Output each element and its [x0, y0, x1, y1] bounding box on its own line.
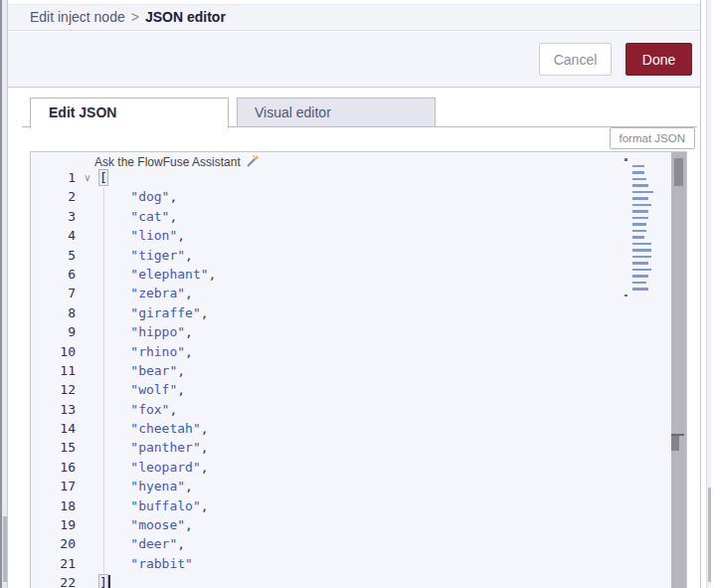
line-number[interactable]: 11	[31, 361, 76, 380]
json-code-editor[interactable]: Ask the FlowFuse Assistant 1∨[2 "dog",3 …	[30, 151, 687, 588]
page-right-scrollbar-thumb[interactable]	[708, 488, 711, 582]
gutter-space	[76, 265, 99, 284]
code-text: "hyena",	[99, 477, 193, 495]
gutter-space	[76, 515, 99, 534]
line-number[interactable]: 9	[31, 322, 76, 341]
editor-scrollbar-thumb[interactable]	[674, 158, 683, 186]
minimap[interactable]	[624, 156, 668, 298]
gutter-space	[76, 400, 99, 419]
code-text: "tiger",	[99, 246, 193, 265]
code-text: "wolf",	[99, 380, 185, 399]
line-number[interactable]: 10	[31, 342, 76, 361]
gutter-space	[76, 361, 99, 380]
gutter-space	[76, 477, 99, 495]
code-text: "zebra",	[99, 284, 193, 302]
line-number[interactable]: 13	[31, 400, 76, 419]
json-editor-dialog: Edit inject node>JSON editor Cancel Done…	[8, 0, 701, 588]
code-text: "panther",	[99, 438, 209, 457]
code-line[interactable]: 8 "giraffe",	[31, 303, 670, 322]
line-number[interactable]: 17	[31, 477, 76, 495]
pencil-sparkle-icon	[241, 155, 261, 169]
cancel-button[interactable]: Cancel	[539, 43, 612, 76]
code-line[interactable]: 2 "dog",	[31, 187, 670, 206]
code-text: "moose",	[99, 515, 193, 534]
line-number[interactable]: 2	[31, 187, 76, 206]
code-line[interactable]: 10 "rhino",	[31, 342, 670, 361]
gutter-space	[76, 207, 99, 226]
code-line[interactable]: 7 "zebra",	[31, 284, 670, 302]
line-number[interactable]: 15	[31, 438, 76, 457]
dialog-content: Edit JSON Visual editor format JSON Ask …	[8, 89, 700, 588]
gutter-space	[76, 342, 99, 361]
line-number[interactable]: 21	[31, 554, 76, 573]
line-number[interactable]: 22	[31, 573, 76, 588]
line-number[interactable]: 4	[31, 226, 76, 245]
code-text: "rhino",	[99, 342, 193, 361]
line-number[interactable]: 3	[31, 207, 76, 226]
tab-edit-json[interactable]: Edit JSON	[30, 98, 229, 128]
editor-scrollbar[interactable]	[671, 152, 686, 588]
gutter-space	[76, 419, 99, 438]
code-line[interactable]: 18 "buffalo",	[31, 496, 670, 515]
page-left-scrollbar-thumb[interactable]	[3, 516, 7, 582]
line-number[interactable]: 1	[31, 168, 76, 187]
gutter-space	[76, 573, 99, 588]
code-line[interactable]: 5 "tiger",	[31, 246, 670, 265]
line-number[interactable]: 16	[31, 458, 76, 477]
dialog-button-bar: Cancel Done	[8, 32, 700, 88]
code-text: ]	[99, 573, 110, 588]
gutter-space	[76, 438, 99, 457]
page-right-scrollbar[interactable]	[706, 0, 711, 588]
gutter-space	[76, 284, 99, 302]
gutter-space	[76, 303, 99, 322]
chevron-down-icon[interactable]: ∨	[76, 168, 99, 187]
code-line[interactable]: 20 "deer",	[31, 534, 670, 553]
minimap-line	[624, 293, 668, 299]
code-line[interactable]: 19 "moose",	[31, 515, 670, 534]
code-line[interactable]: 4 "lion",	[31, 226, 670, 245]
code-line[interactable]: 22]	[31, 573, 670, 588]
code-line[interactable]: 9 "hippo",	[31, 322, 670, 341]
code-line[interactable]: 16 "leopard",	[31, 458, 670, 477]
code-line[interactable]: 17 "hyena",	[31, 477, 670, 495]
line-number[interactable]: 5	[31, 246, 76, 265]
code-text: "leopard",	[99, 458, 209, 477]
code-line[interactable]: 6 "elephant",	[31, 265, 670, 284]
code-line[interactable]: 21 "rabbit"	[31, 554, 670, 573]
line-number[interactable]: 12	[31, 380, 76, 399]
gutter-space	[76, 534, 99, 553]
done-button[interactable]: Done	[625, 43, 692, 76]
gutter-space	[76, 226, 99, 245]
line-number[interactable]: 20	[31, 534, 76, 553]
breadcrumb: Edit inject node>JSON editor	[8, 4, 700, 31]
code-text: "giraffe",	[99, 303, 209, 322]
line-number[interactable]: 14	[31, 419, 76, 438]
code-text: "elephant",	[99, 265, 216, 284]
code-line[interactable]: 12 "wolf",	[31, 380, 670, 399]
page-left-scrollbar[interactable]	[0, 0, 8, 588]
assistant-hint[interactable]: Ask the FlowFuse Assistant	[94, 154, 261, 169]
code-line[interactable]: 13 "fox",	[31, 400, 670, 419]
line-number[interactable]: 6	[31, 265, 76, 284]
overview-ruler-cursor-marker	[671, 436, 679, 451]
code-line[interactable]: 14 "cheetah",	[31, 419, 670, 438]
code-line[interactable]: 3 "cat",	[31, 207, 670, 226]
gutter-space	[76, 554, 99, 573]
tab-edit-json-label: Edit JSON	[49, 104, 116, 120]
breadcrumb-parent[interactable]: Edit inject node	[30, 9, 125, 25]
format-json-button[interactable]: format JSON	[610, 127, 695, 149]
gutter-space	[76, 187, 99, 206]
code-lines: 1∨[2 "dog",3 "cat",4 "lion",5 "tiger",6 …	[31, 168, 670, 588]
line-number[interactable]: 7	[31, 284, 76, 302]
code-line[interactable]: 1∨[	[31, 168, 670, 187]
tab-visual-editor-label: Visual editor	[255, 104, 331, 120]
code-line[interactable]: 15 "panther",	[31, 438, 670, 457]
code-text: "deer",	[99, 534, 185, 553]
line-number[interactable]: 8	[31, 303, 76, 322]
code-text: "cheetah",	[99, 419, 209, 438]
line-number[interactable]: 18	[31, 496, 76, 515]
gutter-space	[76, 496, 99, 515]
tab-visual-editor[interactable]: Visual editor	[237, 98, 436, 127]
line-number[interactable]: 19	[31, 515, 76, 534]
code-line[interactable]: 11 "bear",	[31, 361, 670, 380]
